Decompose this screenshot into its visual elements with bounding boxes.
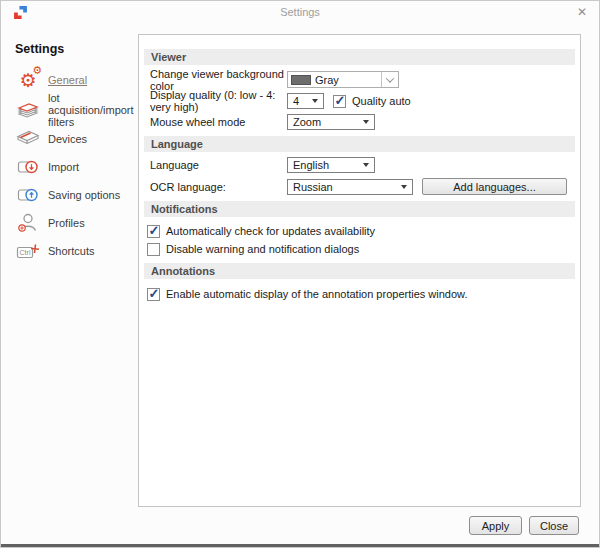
mouse-wheel-value: Zoom	[293, 116, 321, 128]
sidebar-item-label: General	[48, 74, 87, 86]
close-button[interactable]: Close	[529, 516, 579, 535]
sidebar-item-label: lot acquisition/import filters	[48, 92, 138, 128]
sidebar-item-general[interactable]: ⚙ ⚙ General	[1, 65, 138, 95]
sidebar-item-label: Saving options	[48, 189, 120, 201]
settings-window: Settings ✕ Settings ⚙ ⚙ General	[0, 0, 600, 548]
dropdown-arrow-icon	[312, 99, 318, 103]
settings-panel: Viewer Change viewer background color Gr…	[138, 34, 581, 507]
row-disable-warnings: Disable warning and notification dialogs	[139, 242, 574, 256]
section-header-language: Language	[144, 136, 575, 152]
section-header-viewer: Viewer	[144, 49, 575, 65]
ocr-language-label: OCR language:	[150, 181, 287, 193]
titlebar: Settings ✕	[1, 1, 599, 25]
close-icon[interactable]: ✕	[574, 4, 590, 20]
scanner-icon	[15, 126, 41, 152]
display-quality-label: Display quality (0: low - 4: very high)	[150, 89, 287, 113]
quality-auto-checkbox[interactable]	[333, 95, 346, 108]
chevron-down-icon[interactable]	[381, 72, 398, 87]
disable-warnings-checkbox[interactable]	[147, 243, 160, 256]
quality-auto-label: Quality auto	[352, 95, 411, 107]
annotation-properties-checkbox[interactable]	[147, 288, 160, 301]
window-bottom-edge	[1, 544, 599, 548]
person-icon	[15, 210, 41, 236]
quality-auto-checkbox-group: Quality auto	[333, 95, 411, 108]
apply-button[interactable]: Apply	[469, 516, 522, 535]
section-header-notifications: Notifications	[144, 201, 575, 217]
sidebar-item-import[interactable]: Import	[1, 153, 138, 181]
display-quality-select[interactable]: 4	[287, 93, 324, 109]
display-quality-value: 4	[293, 95, 299, 107]
ocr-language-value: Russian	[293, 181, 333, 193]
check-updates-checkbox[interactable]	[147, 225, 160, 238]
sidebar-item-lot-acquisition[interactable]: lot acquisition/import filters	[1, 95, 138, 125]
background-color-value: Gray	[315, 74, 339, 86]
mouse-wheel-select[interactable]: Zoom	[287, 114, 375, 130]
sidebar: Settings ⚙ ⚙ General lot a	[1, 25, 138, 542]
row-annotation-properties: Enable automatic display of the annotati…	[139, 287, 574, 301]
import-icon	[15, 154, 41, 180]
ocr-language-select[interactable]: Russian	[287, 179, 413, 195]
sidebar-item-label: Shortcuts	[48, 245, 94, 257]
sidebar-item-label: Devices	[48, 133, 87, 145]
window-title: Settings	[1, 6, 599, 18]
row-language: Language English	[150, 157, 574, 173]
language-label: Language	[150, 159, 287, 171]
row-background-color: Change viewer background color Gray	[150, 71, 574, 88]
sidebar-item-profiles[interactable]: Profiles	[1, 209, 138, 237]
disable-warnings-label: Disable warning and notification dialogs	[166, 243, 359, 255]
annotation-properties-label: Enable automatic display of the annotati…	[166, 288, 467, 300]
row-display-quality: Display quality (0: low - 4: very high) …	[150, 93, 574, 109]
background-color-label: Change viewer background color	[150, 68, 287, 92]
sidebar-nav: ⚙ ⚙ General lot acquisition/import filte…	[1, 65, 138, 265]
mouse-wheel-label: Mouse wheel mode	[150, 116, 287, 128]
row-check-updates: Automatically check for updates availabi…	[139, 224, 574, 238]
sidebar-item-shortcuts[interactable]: Ctrl Shortcuts	[1, 237, 138, 265]
dropdown-arrow-icon	[401, 185, 407, 189]
language-select[interactable]: English	[287, 157, 375, 173]
sidebar-item-label: Import	[48, 161, 79, 173]
gray-color-swatch	[291, 75, 311, 85]
ctrl-key-icon: Ctrl	[15, 238, 41, 264]
save-up-icon	[15, 182, 41, 208]
background-color-select[interactable]: Gray	[287, 71, 399, 88]
row-mouse-wheel: Mouse wheel mode Zoom	[150, 114, 574, 130]
sidebar-item-label: Profiles	[48, 217, 85, 229]
paper-stack-icon	[15, 97, 41, 123]
gear-icon: ⚙ ⚙	[15, 67, 41, 93]
sidebar-item-devices[interactable]: Devices	[1, 125, 138, 153]
svg-text:Ctrl: Ctrl	[20, 249, 31, 256]
sidebar-item-saving-options[interactable]: Saving options	[1, 181, 138, 209]
add-languages-button[interactable]: Add languages...	[422, 178, 567, 195]
sidebar-heading: Settings	[15, 42, 64, 56]
dropdown-arrow-icon	[363, 163, 369, 167]
language-value: English	[293, 159, 329, 171]
section-header-annotations: Annotations	[144, 263, 575, 279]
row-ocr-language: OCR language: Russian Add languages...	[150, 178, 574, 195]
check-updates-label: Automatically check for updates availabi…	[166, 225, 375, 237]
dropdown-arrow-icon	[363, 120, 369, 124]
